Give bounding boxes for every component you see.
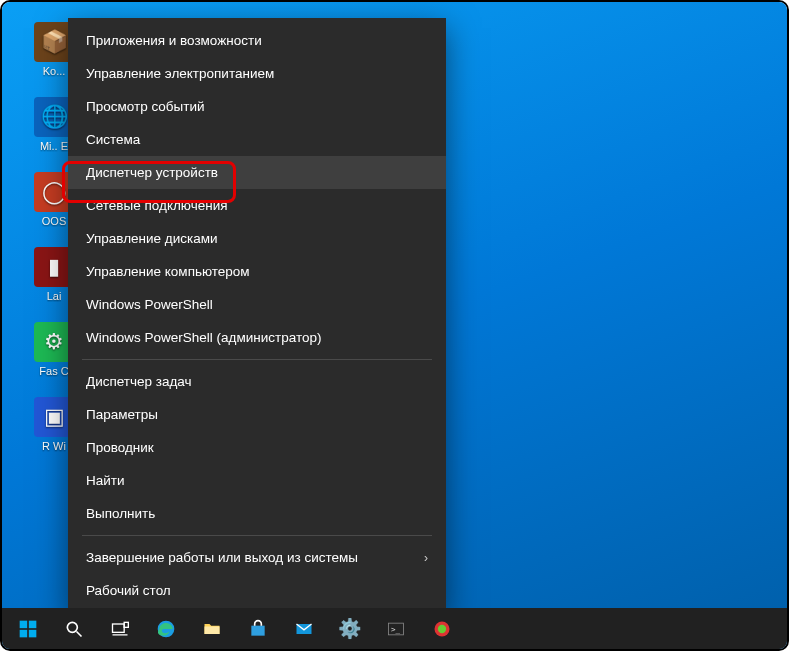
menu-item[interactable]: Windows PowerShell xyxy=(68,288,446,321)
desktop-icon-label: R Wi xyxy=(42,440,66,452)
menu-item[interactable]: Управление компьютером xyxy=(68,255,446,288)
menu-item[interactable]: Управление электропитанием xyxy=(68,57,446,90)
terminal-icon: >_ xyxy=(386,619,406,639)
menu-item-label: Сетевые подключения xyxy=(86,198,228,213)
taskbar: ⚙️ >_ xyxy=(2,608,787,649)
svg-rect-8 xyxy=(124,622,128,627)
menu-item-label: Диспетчер задач xyxy=(86,374,192,389)
menu-item-label: Управление электропитанием xyxy=(86,66,274,81)
menu-item-label: Система xyxy=(86,132,140,147)
svg-rect-11 xyxy=(251,625,264,635)
start-button[interactable] xyxy=(6,608,50,649)
svg-rect-6 xyxy=(113,624,125,632)
svg-point-4 xyxy=(67,622,77,632)
menu-item[interactable]: Диспетчер устройств xyxy=(68,156,446,189)
gear-icon: ⚙️ xyxy=(338,617,362,640)
menu-item-label: Найти xyxy=(86,473,125,488)
desktop-icon-label: Mi.. E xyxy=(40,140,68,152)
menu-item-label: Параметры xyxy=(86,407,158,422)
explorer-button[interactable] xyxy=(190,608,234,649)
folder-icon xyxy=(202,619,222,639)
menu-item-label: Windows PowerShell (администратор) xyxy=(86,330,321,345)
desktop-icon-label: Fas C xyxy=(39,365,68,377)
windows-logo-icon xyxy=(18,619,38,639)
menu-item[interactable]: Найти xyxy=(68,464,446,497)
chevron-right-icon: › xyxy=(424,551,428,565)
menu-item-label: Приложения и возможности xyxy=(86,33,262,48)
edge-button[interactable] xyxy=(144,608,188,649)
menu-item[interactable]: Приложения и возможности xyxy=(68,24,446,57)
menu-item[interactable]: Диспетчер задач xyxy=(68,365,446,398)
menu-item-label: Проводник xyxy=(86,440,154,455)
search-button[interactable] xyxy=(52,608,96,649)
menu-item-label: Управление компьютером xyxy=(86,264,250,279)
menu-item[interactable]: Рабочий стол xyxy=(68,574,446,607)
svg-rect-3 xyxy=(29,629,37,637)
settings-button[interactable]: ⚙️ xyxy=(328,608,372,649)
screenshot-frame: 📦 Ko... 🌐 Mi.. E ◯ OOS ▮ Lai ⚙ Fas C ▣ R… xyxy=(0,0,789,651)
desktop-icon-label: Lai xyxy=(47,290,62,302)
menu-item[interactable]: Проводник xyxy=(68,431,446,464)
task-view-icon xyxy=(110,619,130,639)
menu-item[interactable]: Завершение работы или выход из системы› xyxy=(68,541,446,574)
menu-item[interactable]: Выполнить xyxy=(68,497,446,530)
desktop-icon-label: OOS xyxy=(42,215,66,227)
svg-line-5 xyxy=(77,631,82,636)
svg-rect-1 xyxy=(29,620,37,628)
menu-item[interactable]: Система xyxy=(68,123,446,156)
menu-item-label: Диспетчер устройств xyxy=(86,165,218,180)
menu-item-label: Рабочий стол xyxy=(86,583,171,598)
winx-context-menu: Приложения и возможностиУправление элект… xyxy=(68,18,446,613)
menu-item-label: Завершение работы или выход из системы xyxy=(86,550,358,565)
mail-button[interactable] xyxy=(282,608,326,649)
svg-point-16 xyxy=(438,624,446,632)
menu-item[interactable]: Просмотр событий xyxy=(68,90,446,123)
task-view-button[interactable] xyxy=(98,608,142,649)
edge-icon xyxy=(156,619,176,639)
store-button[interactable] xyxy=(236,608,280,649)
svg-rect-10 xyxy=(205,626,220,634)
search-icon xyxy=(64,619,84,639)
pinned-app-button[interactable] xyxy=(420,608,464,649)
menu-separator xyxy=(82,535,432,536)
svg-text:>_: >_ xyxy=(391,624,401,633)
menu-item[interactable]: Windows PowerShell (администратор) xyxy=(68,321,446,354)
desktop-icon-label: Ko... xyxy=(43,65,66,77)
menu-item-label: Windows PowerShell xyxy=(86,297,213,312)
menu-item[interactable]: Сетевые подключения xyxy=(68,189,446,222)
menu-separator xyxy=(82,359,432,360)
menu-item-label: Выполнить xyxy=(86,506,155,521)
app-icon xyxy=(432,619,452,639)
menu-item[interactable]: Параметры xyxy=(68,398,446,431)
svg-rect-2 xyxy=(20,629,28,637)
terminal-button[interactable]: >_ xyxy=(374,608,418,649)
menu-item[interactable]: Управление дисками xyxy=(68,222,446,255)
menu-item-label: Управление дисками xyxy=(86,231,218,246)
mail-icon xyxy=(294,619,314,639)
svg-rect-0 xyxy=(20,620,28,628)
menu-item-label: Просмотр событий xyxy=(86,99,205,114)
store-icon xyxy=(248,619,268,639)
